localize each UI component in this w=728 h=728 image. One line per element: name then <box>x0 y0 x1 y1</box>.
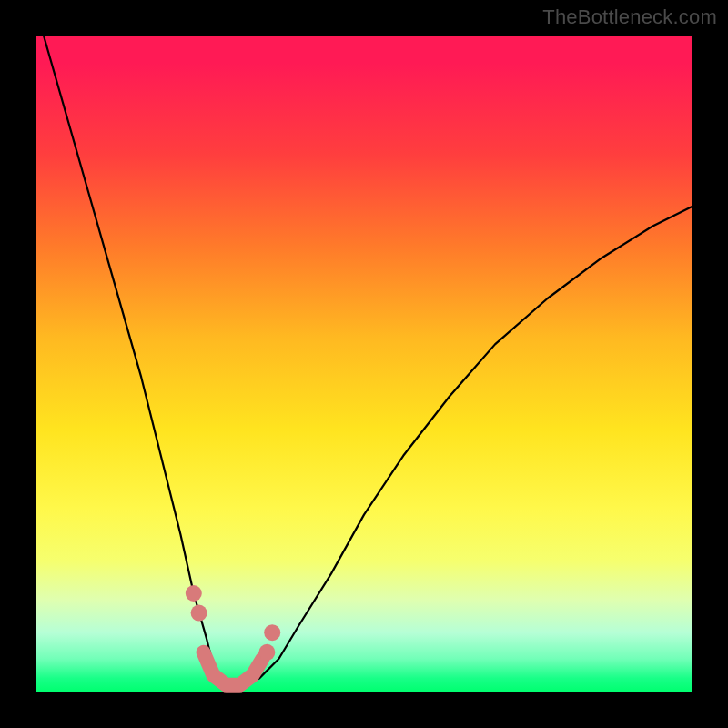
right-lower-dot <box>258 644 275 661</box>
watermark-text: TheBottleneck.com <box>542 5 717 29</box>
valley-highlight <box>204 652 263 685</box>
bottleneck-curve <box>36 10 692 685</box>
left-upper-dot <box>186 585 202 602</box>
right-upper-dot <box>264 624 280 641</box>
left-lower-dot <box>191 605 207 622</box>
plot-area <box>36 36 692 692</box>
chart-svg <box>36 36 692 692</box>
outer-frame: TheBottleneck.com <box>0 0 728 728</box>
